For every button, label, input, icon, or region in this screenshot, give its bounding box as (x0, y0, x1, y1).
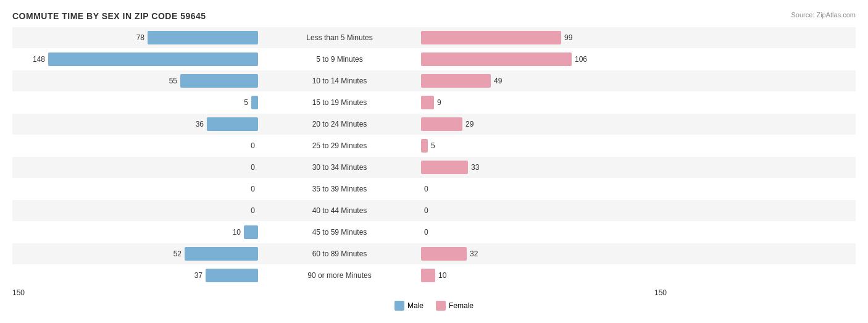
axis-left-label: 150 (12, 288, 272, 297)
legend-female-label: Female (449, 301, 474, 310)
right-bar-area: 29 (407, 114, 667, 135)
male-value: 0 (251, 163, 257, 172)
female-value: 10 (436, 271, 446, 280)
row-label: 40 to 44 Minutes (272, 206, 407, 215)
male-bar (185, 247, 258, 261)
female-bar (421, 31, 561, 44)
axis-right-label: 150 (407, 288, 667, 297)
table-row: 52 60 to 89 Minutes 32 (12, 243, 856, 264)
axis-row: 150 150 (12, 288, 856, 297)
row-label: 35 to 39 Minutes (272, 185, 407, 193)
chart-container: COMMUTE TIME BY SEX IN ZIP CODE 59645 So… (0, 0, 868, 323)
row-label: 15 to 19 Minutes (272, 98, 407, 107)
female-value: 32 (468, 250, 478, 258)
right-bar-area: 32 (407, 243, 667, 264)
right-bar-area: 99 (407, 27, 667, 48)
source-label: Source: ZipAtlas.com (791, 11, 856, 19)
table-row: 37 90 or more Minutes 10 (12, 265, 856, 286)
male-bar (244, 225, 258, 239)
right-bar-area: 5 (407, 135, 667, 156)
left-bar-area: 55 (12, 70, 272, 91)
legend-male-label: Male (407, 301, 424, 310)
male-value: 37 (194, 271, 204, 280)
female-bar (421, 96, 434, 109)
male-value: 52 (173, 250, 183, 258)
male-value: 0 (251, 185, 257, 193)
female-value: 5 (429, 141, 435, 150)
row-label: 5 to 9 Minutes (272, 55, 407, 64)
right-bar-area: 33 (407, 157, 667, 178)
left-bar-area: 10 (12, 222, 272, 243)
female-value: 0 (422, 228, 428, 237)
row-label: 45 to 59 Minutes (272, 228, 407, 237)
row-label: 60 to 89 Minutes (272, 250, 407, 258)
female-bar (421, 139, 428, 153)
male-value: 36 (196, 120, 206, 128)
left-bar-area: 0 (12, 178, 272, 199)
male-bar (180, 74, 258, 88)
row-label: 30 to 34 Minutes (272, 163, 407, 172)
male-bar (206, 269, 258, 282)
male-bar (148, 31, 258, 44)
table-row: 78 Less than 5 Minutes 99 (12, 27, 856, 48)
table-row: 55 10 to 14 Minutes 49 (12, 70, 856, 91)
female-value: 29 (464, 120, 474, 128)
right-bar-area: 9 (407, 92, 667, 113)
male-bar (207, 117, 258, 131)
female-bar (421, 247, 467, 261)
male-value: 148 (33, 55, 47, 64)
right-bar-area: 10 (407, 265, 667, 286)
female-bar (421, 269, 435, 282)
left-bar-area: 78 (12, 27, 272, 48)
female-value: 0 (422, 206, 428, 215)
left-bar-area: 5 (12, 92, 272, 113)
female-value: 106 (573, 55, 587, 64)
left-bar-area: 148 (12, 49, 272, 70)
legend-female: Female (436, 301, 474, 311)
right-bar-area: 0 (407, 222, 667, 243)
table-row: 10 45 to 59 Minutes 0 (12, 222, 856, 243)
right-bar-area: 106 (407, 49, 667, 70)
female-bar (421, 161, 468, 174)
row-label: 20 to 24 Minutes (272, 120, 407, 128)
left-bar-area: 37 (12, 265, 272, 286)
legend-male: Male (394, 301, 424, 311)
female-bar (421, 74, 491, 88)
legend-male-box (394, 301, 404, 311)
legend: Male Female (12, 301, 856, 311)
table-row: 36 20 to 24 Minutes 29 (12, 114, 856, 135)
chart-area: 78 Less than 5 Minutes 99 148 5 to 9 Min… (12, 27, 856, 286)
female-value: 9 (435, 98, 441, 107)
row-label: 90 or more Minutes (272, 271, 407, 280)
right-bar-area: 0 (407, 200, 667, 221)
female-bar (421, 52, 572, 66)
legend-female-box (436, 301, 446, 311)
row-label: 10 to 14 Minutes (272, 77, 407, 85)
row-label: Less than 5 Minutes (272, 33, 407, 42)
left-bar-area: 52 (12, 243, 272, 264)
male-bar (251, 96, 258, 109)
chart-title: COMMUTE TIME BY SEX IN ZIP CODE 59645 (12, 11, 856, 21)
female-value: 49 (492, 77, 502, 85)
male-value: 10 (233, 228, 243, 237)
left-bar-area: 36 (12, 114, 272, 135)
table-row: 0 40 to 44 Minutes 0 (12, 200, 856, 221)
male-value: 5 (244, 98, 250, 107)
table-row: 0 30 to 34 Minutes 33 (12, 157, 856, 178)
table-row: 0 35 to 39 Minutes 0 (12, 178, 856, 199)
female-value: 0 (422, 185, 428, 193)
table-row: 0 25 to 29 Minutes 5 (12, 135, 856, 156)
table-row: 5 15 to 19 Minutes 9 (12, 92, 856, 113)
male-value: 0 (251, 206, 257, 215)
left-bar-area: 0 (12, 157, 272, 178)
left-bar-area: 0 (12, 135, 272, 156)
female-bar (421, 117, 462, 131)
left-bar-area: 0 (12, 200, 272, 221)
male-value: 0 (251, 141, 257, 150)
female-value: 99 (562, 33, 572, 42)
female-value: 33 (469, 163, 479, 172)
row-label: 25 to 29 Minutes (272, 141, 407, 150)
right-bar-area: 49 (407, 70, 667, 91)
male-bar (48, 52, 258, 66)
male-value: 78 (136, 33, 146, 42)
